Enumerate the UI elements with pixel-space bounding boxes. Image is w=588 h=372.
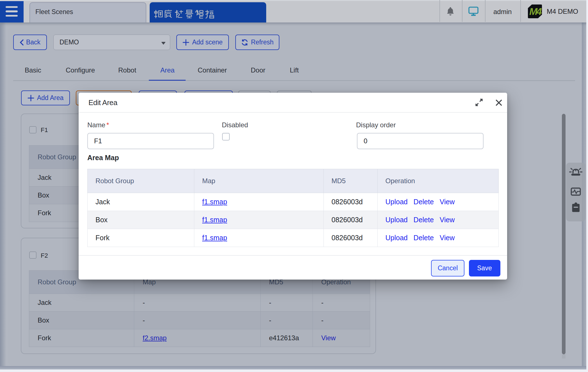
svg-text:M4: M4 (529, 6, 542, 17)
